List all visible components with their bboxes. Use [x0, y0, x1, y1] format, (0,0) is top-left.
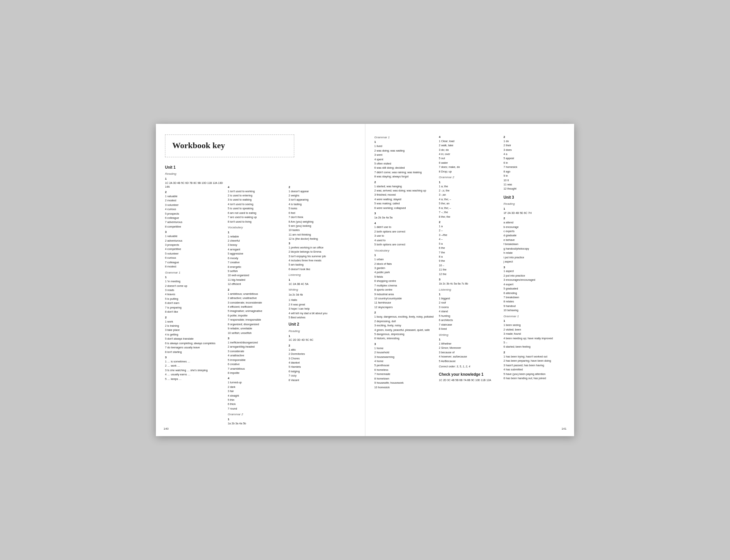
list-item: 5 –: [503, 341, 565, 345]
list-item: 8 organized; disorganized: [228, 323, 285, 326]
unit1-title: Unit 1: [165, 165, 224, 171]
list-item: 2 Since; Moreover: [439, 346, 500, 350]
list-item: 8 Drop; up: [439, 170, 500, 174]
right-col3: 2 1 do2 their3 does4 a5 appeal6 in7 home…: [503, 134, 565, 391]
page-left: Workbook key Unit 1 Reading 1 1C 2A 3D 4…: [156, 124, 365, 436]
list-item: 8 the; the: [439, 215, 500, 219]
list-item: 2 adventurous: [165, 239, 224, 243]
list-item: 3 reads: [165, 288, 224, 292]
list-item: 3 Is she watching … she's sleeping: [165, 369, 224, 372]
list-item: 4 a; the; –: [439, 198, 500, 201]
reading-q3: 3 1 valuable2 adventurous3 prospects4 co…: [165, 230, 224, 269]
list-item: 8 hometown: [375, 377, 436, 381]
list-item: 4 in; over: [439, 152, 500, 156]
list-item: 8 Vacant: [289, 378, 356, 382]
list-item: 7 colleague: [165, 261, 224, 264]
list-item: 4 is tasting: [289, 202, 356, 206]
list-item: 7 does; make, do: [439, 165, 500, 169]
list-item: 2 dark: [228, 385, 285, 389]
list-item: 7 are used to waking up: [228, 215, 285, 219]
list-item: 1 valuable: [165, 234, 224, 238]
list-item: 11 farmhouse: [375, 301, 436, 305]
list-item: 7 homesick: [503, 165, 565, 169]
list-item: 3 -;an: [439, 193, 500, 197]
list-item: 3 hope I can help: [289, 307, 356, 311]
list-item: 4 been meeting up; have really improved: [503, 337, 565, 340]
list-item: 2 doesn't come up: [165, 284, 224, 288]
list-item: 9 handout: [503, 304, 565, 308]
list-item: 8 relates: [503, 300, 565, 304]
list-item: 4 arrogant: [228, 248, 285, 252]
list-item: 4 spent: [375, 158, 436, 161]
list-item: 3 encourages/encouraged: [503, 278, 565, 282]
list-item: 6 a; the; –: [439, 206, 500, 210]
list-item: 5 aggressive: [228, 252, 285, 256]
list-item: 6 architects: [439, 318, 500, 322]
list-item: 2 modest: [165, 199, 224, 202]
list-item: 12 thought: [503, 187, 565, 191]
list-item: 2 is used to entering: [228, 194, 285, 198]
list-item: 5 often visited: [375, 162, 436, 166]
list-item: 7 creative: [228, 261, 285, 264]
list-item: 4 unattractive: [228, 354, 285, 358]
list-item: 1 been seeing: [503, 323, 565, 327]
list-item: 2 –: [439, 229, 500, 233]
page-number-right: 141: [562, 427, 567, 431]
vocabulary-label: Vocabulary: [228, 225, 285, 230]
list-item: 1 a; the: [439, 185, 500, 188]
list-item: 9 reliable; unreliable: [228, 327, 285, 331]
list-item: 6 feel: [289, 211, 356, 215]
list-item: 2 -;s; the: [439, 189, 500, 193]
list-item: 7 breakdown: [503, 296, 565, 299]
list-item: 2 is training: [165, 324, 224, 328]
list-item: 8 sports centre: [375, 288, 436, 292]
list-item: 5 Best wishes: [289, 316, 356, 320]
list-item: 4 includes three free meals: [289, 259, 356, 263]
list-item: 3 considerate; inconsiderate: [228, 301, 285, 305]
list-item: 5 don't always translate: [165, 337, 224, 341]
list-item: 1 prefers working in an office: [289, 246, 356, 250]
list-item: 7 adventurous: [165, 220, 224, 224]
list-item: 6 historic, interesting: [375, 337, 436, 340]
list-item: g handout/photocopy: [503, 247, 565, 251]
list-item: 4 curious: [165, 207, 224, 211]
list-item: 6 polite; impolite: [228, 314, 285, 318]
list-item: 6 were working; collapsed: [375, 206, 436, 210]
list-item: 7 didn't come; was raining; was leaking: [375, 171, 436, 174]
list-item: 2 both options are correct: [375, 230, 436, 234]
list-item: 5 am tasting: [289, 263, 356, 267]
list-item: 9 are (you) looking: [289, 224, 356, 228]
list-item: 5 graduated: [503, 287, 565, 291]
list-item: 2 visited; been: [503, 328, 565, 332]
list-item: d graduate: [503, 234, 565, 237]
list-item: 3 isn't appearing: [289, 198, 356, 202]
left-col2: 4 1 isn't used to working2 is used to en…: [228, 163, 285, 427]
list-item: 1 a: [439, 225, 500, 228]
list-item: 5 hunting: [439, 314, 500, 318]
list-item: 3 fair: [228, 389, 285, 393]
list-item: 6 doesn't look like: [289, 267, 356, 271]
list-item: 1 started; was hanging: [375, 185, 436, 188]
list-item: 9 in: [503, 174, 565, 178]
list-item: 9 industrial area: [375, 293, 436, 296]
list-item: 1 doesn't appear: [289, 190, 356, 193]
list-item: 5 … keeps …: [165, 377, 224, 381]
list-item: 2 block of flats: [375, 262, 436, 266]
list-item: 5 Hamlets: [289, 365, 356, 369]
list-item: 6 homeless: [375, 368, 436, 372]
list-item: 4 green, lovely, peaceful, pleasant, qui…: [375, 328, 436, 332]
list-item: 9 selfish: [228, 269, 285, 273]
list-item: 2 It was great: [289, 303, 356, 307]
list-item: 2 household: [375, 351, 436, 354]
list-item: 2 was doing; was waiting: [375, 149, 436, 153]
list-item: 8 lived: [439, 327, 500, 331]
list-item: 1 inefficient/disorganized: [228, 341, 285, 345]
list-item: 4 efficient; inefficient: [228, 305, 285, 309]
list-item: 8 Are (you) weighing: [289, 220, 356, 224]
list-item: b encourage: [503, 225, 565, 229]
list-item: 3 bossy: [228, 243, 285, 247]
list-item: 7 the: [439, 251, 500, 255]
list-item: 5 is putting: [165, 297, 224, 301]
list-item: 1 turned-up: [228, 381, 285, 384]
list-item: 4 used to: [375, 239, 436, 242]
